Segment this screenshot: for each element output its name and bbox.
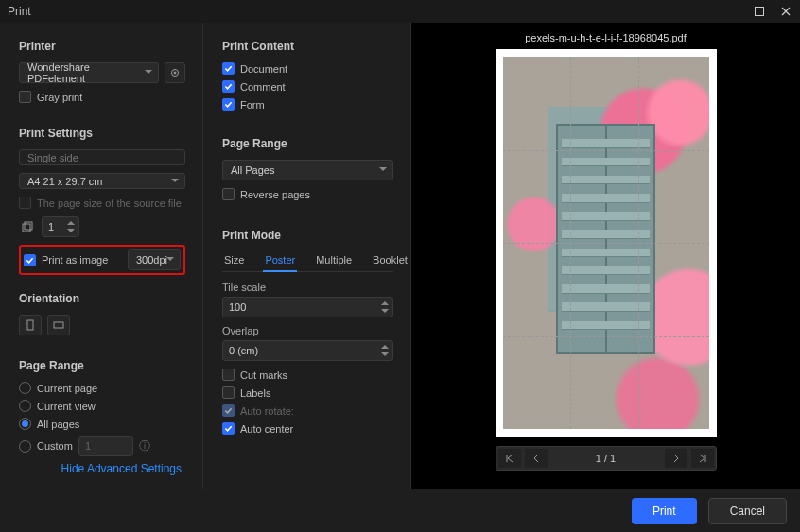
duplex-dropdown[interactable]: Single side xyxy=(19,149,185,165)
info-icon: ⓘ xyxy=(139,438,150,455)
custom-range-value: 1 xyxy=(85,440,91,452)
overlap-input[interactable]: 0 (cm) xyxy=(222,340,393,361)
preview-grid xyxy=(503,57,709,429)
document-checkbox[interactable] xyxy=(222,62,235,75)
mid-range-dropdown[interactable]: All Pages xyxy=(222,160,393,180)
print-as-image-label: Print as image xyxy=(42,254,108,266)
comment-checkbox[interactable] xyxy=(222,80,235,93)
range-custom-label: Custom xyxy=(37,440,73,452)
tab-multiple[interactable]: Multiple xyxy=(314,251,354,271)
tab-poster[interactable]: Poster xyxy=(263,251,297,272)
maximize-button[interactable] xyxy=(753,5,766,18)
source-size-label: The page size of the source file xyxy=(37,197,182,209)
page-indicator: 1 / 1 xyxy=(551,453,661,464)
range-current-page-radio[interactable] xyxy=(19,382,31,394)
orientation-heading: Orientation xyxy=(19,292,185,305)
svg-rect-0 xyxy=(756,8,764,16)
print-as-image-highlight: Print as image 300dpi xyxy=(19,245,185,275)
copies-input[interactable]: 1 xyxy=(42,216,79,237)
content: Printer Wondershare PDFelement Gray prin… xyxy=(0,23,800,489)
chevron-down-icon xyxy=(378,164,388,176)
window-title: Print xyxy=(8,5,31,18)
range-current-view-label: Current view xyxy=(37,401,96,412)
cancel-button[interactable]: Cancel xyxy=(708,498,787,524)
range-all-pages-label: All pages xyxy=(37,419,79,430)
overlap-spinner[interactable] xyxy=(379,342,391,359)
printer-dropdown[interactable]: Wondershare PDFelement xyxy=(19,62,159,83)
auto-center-label: Auto center xyxy=(240,423,293,435)
gray-print-checkbox[interactable] xyxy=(19,91,31,103)
auto-center-checkbox[interactable] xyxy=(222,422,235,435)
labels-checkbox[interactable] xyxy=(222,386,235,399)
dpi-dropdown[interactable]: 300dpi xyxy=(128,249,181,270)
close-button[interactable] xyxy=(779,5,792,18)
print-as-image-checkbox[interactable] xyxy=(24,254,36,266)
printer-heading: Printer xyxy=(19,40,185,53)
preview-frame xyxy=(496,49,717,437)
svg-rect-6 xyxy=(54,322,63,328)
page-next-button[interactable] xyxy=(665,449,687,468)
comment-label: Comment xyxy=(240,81,286,93)
range-all-pages-radio[interactable] xyxy=(19,418,31,430)
svg-rect-5 xyxy=(27,320,33,330)
tile-scale-spinner[interactable] xyxy=(379,299,391,316)
auto-rotate-label: Auto rotate: xyxy=(240,405,294,417)
page-prev-button[interactable] xyxy=(525,449,548,468)
source-size-checkbox xyxy=(19,197,31,209)
printer-settings-button[interactable] xyxy=(165,62,185,83)
duplex-value: Single side xyxy=(27,152,78,163)
overlap-label: Overlap xyxy=(222,325,393,336)
left-panel: Printer Wondershare PDFelement Gray prin… xyxy=(0,23,203,489)
printer-selected: Wondershare PDFelement xyxy=(27,61,139,84)
print-settings-heading: Print Settings xyxy=(19,127,185,140)
chevron-down-icon xyxy=(165,254,175,266)
overlap-value: 0 (cm) xyxy=(229,345,258,356)
copies-icon xyxy=(19,220,36,233)
mid-page-range-heading: Page Range xyxy=(222,137,393,150)
paper-size-dropdown[interactable]: A4 21 x 29.7 cm xyxy=(19,173,185,189)
print-button[interactable]: Print xyxy=(632,498,697,524)
custom-range-input[interactable]: 1 xyxy=(78,436,133,456)
paper-size-value: A4 21 x 29.7 cm xyxy=(27,176,103,187)
reverse-pages-label: Reverse pages xyxy=(240,189,310,200)
chevron-down-icon xyxy=(170,176,180,187)
svg-rect-4 xyxy=(25,222,32,230)
labels-label: Labels xyxy=(240,387,270,399)
cut-marks-checkbox[interactable] xyxy=(222,369,235,381)
preview-panel: pexels-m-u-h-t-e-l-i-f-18968045.pdf xyxy=(411,23,800,489)
tab-size[interactable]: Size xyxy=(222,251,246,271)
print-content-heading: Print Content xyxy=(222,40,393,53)
titlebar: Print xyxy=(0,0,800,23)
auto-rotate-checkbox xyxy=(222,404,235,417)
gray-print-label: Gray print xyxy=(37,92,82,103)
reverse-pages-checkbox[interactable] xyxy=(222,188,235,200)
copies-spinner[interactable] xyxy=(65,218,77,235)
orientation-portrait-button[interactable] xyxy=(19,315,42,335)
chevron-down-icon xyxy=(144,67,153,78)
svg-rect-3 xyxy=(23,224,30,232)
mode-tabs: Size Poster Multiple Booklet xyxy=(222,251,393,272)
page-first-button[interactable] xyxy=(498,449,521,468)
page-range-heading: Page Range xyxy=(19,359,185,372)
range-current-view-radio[interactable] xyxy=(19,400,31,412)
page-last-button[interactable] xyxy=(691,449,714,468)
preview-filename: pexels-m-u-h-t-e-l-i-f-18968045.pdf xyxy=(525,32,687,43)
print-mode-heading: Print Mode xyxy=(222,229,393,242)
dpi-value: 300dpi xyxy=(136,254,167,266)
pager: 1 / 1 xyxy=(496,446,717,471)
tile-scale-input[interactable]: 100 xyxy=(222,297,393,317)
cut-marks-label: Cut marks xyxy=(240,369,287,381)
mid-range-value: All Pages xyxy=(231,164,274,176)
tile-scale-label: Tile scale xyxy=(222,282,393,293)
hide-advanced-link[interactable]: Hide Advanced Settings xyxy=(61,462,182,475)
range-current-page-label: Current page xyxy=(37,383,97,394)
tab-booklet[interactable]: Booklet xyxy=(371,251,409,271)
orientation-landscape-button[interactable] xyxy=(47,315,70,335)
svg-point-2 xyxy=(174,72,176,74)
footer: Print Cancel xyxy=(0,489,800,532)
window-controls xyxy=(753,5,792,18)
form-checkbox[interactable] xyxy=(222,98,235,111)
copies-value: 1 xyxy=(48,221,54,232)
range-custom-radio[interactable] xyxy=(19,440,31,453)
document-label: Document xyxy=(240,63,287,75)
